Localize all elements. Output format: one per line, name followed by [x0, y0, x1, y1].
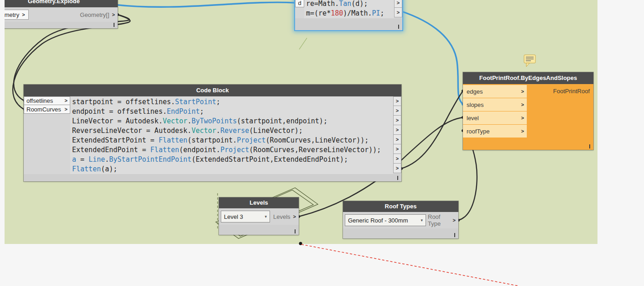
node-slope-code-block[interactable]: d re=Math.Tan(d); m=(re*180)/Math.PI; > … [294, 0, 403, 31]
code-line: Flatten(a); [72, 164, 392, 174]
output-port-levels[interactable]: Levels > [272, 213, 297, 220]
input-port-geometry[interactable]: geometry > [5, 10, 29, 20]
dropdown-value: Generic Roof - 300mm [348, 217, 408, 224]
node-title-roof-types[interactable]: Roof Types [343, 201, 458, 212]
code-line: m=(re*180)/Math.PI; [306, 9, 393, 18]
output-port[interactable]: > [393, 154, 401, 164]
port-label: slopes [467, 101, 484, 108]
port-label: edges [467, 88, 483, 95]
output-port[interactable]: > [393, 116, 401, 125]
output-port[interactable]: > [393, 135, 401, 144]
preview-toggle-icon[interactable] [397, 176, 398, 180]
input-port-d[interactable]: d [295, 0, 304, 7]
code-editor[interactable]: re=Math.Tan(d); m=(re*180)/Math.PI; [304, 0, 394, 18]
port-chevron-icon: > [521, 116, 524, 121]
node-roof-types[interactable]: Roof Types Generic Roof - 300mm ▾ Roof T… [343, 201, 458, 238]
wire-slopes[interactable] [400, 11, 463, 104]
input-port-offsetlines[interactable]: offsetlines > [24, 96, 70, 105]
input-port-edges[interactable]: edges > [463, 85, 527, 98]
output-port[interactable]: > [393, 96, 401, 106]
port-chevron-icon: > [396, 108, 399, 113]
code-line: a = Line.ByStartPointEndPoint(ExtendedSt… [72, 155, 392, 164]
code-line: re=Math.Tan(d); [306, 0, 393, 9]
levels-dropdown[interactable]: Level 3 ▾ [221, 211, 270, 222]
code-line: ExtendedStartPoint = Flatten(startpoint.… [72, 136, 392, 145]
node-levels[interactable]: Levels Level 3 ▾ Levels > [219, 197, 299, 235]
port-chevron-icon: > [65, 98, 68, 103]
output-port[interactable]: > [393, 125, 401, 135]
node-title-footprintroof[interactable]: FootPrintRoof.ByEdgesAndSlopes [463, 72, 593, 84]
port-chevron-icon: > [521, 102, 524, 107]
port-chevron-icon: > [22, 12, 25, 17]
output-port[interactable]: > [394, 0, 402, 8]
dynamo-workspace: Geometry.Explode geometry > Geometry[] > [0, 0, 644, 286]
port-label: Levels [273, 213, 291, 220]
port-chevron-icon: > [396, 99, 399, 104]
output-port-footprintroof[interactable]: FootPrintRoof [553, 88, 590, 95]
wire-selected-input[interactable] [114, 2, 295, 7]
node-canvas[interactable]: Geometry.Explode geometry > Geometry[] > [5, 0, 597, 244]
port-label: offsetlines [26, 97, 53, 104]
port-label: Roof Type [428, 213, 450, 227]
reference-dashed-line [301, 244, 519, 286]
geometry-preview-edge [299, 38, 307, 49]
chevron-down-icon: ▾ [421, 218, 423, 222]
port-label: level [467, 115, 479, 122]
preview-toggle-icon[interactable] [295, 229, 296, 233]
output-port[interactable]: > [393, 144, 401, 154]
output-port[interactable]: > [393, 106, 401, 116]
input-port-slopes[interactable]: slopes > [463, 98, 527, 111]
port-chevron-icon: > [521, 89, 524, 94]
code-line: LineVector = Autodesk.Vector.ByTwoPoints… [72, 117, 392, 126]
input-port-rooftype[interactable]: roofType > [463, 125, 527, 138]
port-label: roofType [467, 128, 490, 135]
input-port-level[interactable]: level > [463, 111, 527, 124]
port-label: d [298, 0, 301, 6]
port-label: RoomCurves [26, 106, 61, 113]
port-label: Geometry[] [80, 11, 109, 18]
input-port-roomcurves[interactable]: RoomCurves > [24, 105, 70, 114]
output-port[interactable]: > [393, 164, 401, 173]
port-chevron-icon: > [396, 166, 399, 171]
port-chevron-icon: > [453, 218, 456, 223]
node-title-levels[interactable]: Levels [219, 197, 299, 208]
port-chevron-icon: > [521, 129, 524, 134]
node-footprintroof-byedgesandslopes[interactable]: FootPrintRoof.ByEdgesAndSlopes edges > s… [463, 72, 593, 150]
port-chevron-icon: > [65, 107, 68, 112]
preview-toggle-icon[interactable] [454, 233, 455, 237]
port-label: geometry [5, 11, 19, 18]
node-geometry-explode[interactable]: Geometry.Explode geometry > Geometry[] > [5, 0, 118, 28]
port-chevron-icon: > [396, 137, 399, 142]
wire-edges[interactable] [401, 91, 463, 169]
chevron-down-icon: ▾ [265, 214, 267, 219]
code-line: endpoint = offsetlines.EndPoint; [72, 107, 392, 117]
preview-toggle-icon[interactable] [114, 23, 114, 27]
dropdown-value: Level 3 [224, 213, 243, 220]
output-port[interactable]: > [394, 8, 402, 17]
code-line: ExtendedEndPoint = Flatten(endpoint.Proj… [72, 145, 392, 155]
output-port-geometry-list[interactable]: Geometry[] > [80, 11, 118, 18]
node-title-code-block[interactable]: Code Block [24, 85, 401, 96]
note-icon[interactable] [523, 54, 537, 68]
port-chevron-icon: > [112, 12, 115, 17]
node-title-geometry-explode[interactable]: Geometry.Explode [5, 0, 118, 7]
port-chevron-icon: > [396, 127, 399, 132]
port-chevron-icon: > [397, 10, 400, 15]
port-chevron-icon: > [396, 118, 399, 123]
roof-types-dropdown[interactable]: Generic Roof - 300mm ▾ [345, 214, 426, 226]
output-port-roof-type[interactable]: Roof Type > [428, 213, 457, 227]
port-chevron-icon: > [293, 214, 296, 219]
code-line: ReverseLineVector = Autodesk.Vector.Reve… [72, 126, 392, 136]
code-line: startpoint = offsetlines.StartPoint; [72, 97, 392, 107]
preview-toggle-icon[interactable] [589, 144, 590, 148]
preview-toggle-icon[interactable] [398, 25, 399, 29]
port-chevron-icon: > [396, 156, 399, 161]
port-chevron-icon: > [397, 0, 400, 5]
port-chevron-icon: > [396, 147, 399, 152]
code-editor[interactable]: startpoint = offsetlines.StartPoint; end… [70, 96, 393, 174]
node-code-block[interactable]: Code Block offsetlines > RoomCurves > st… [24, 85, 401, 181]
